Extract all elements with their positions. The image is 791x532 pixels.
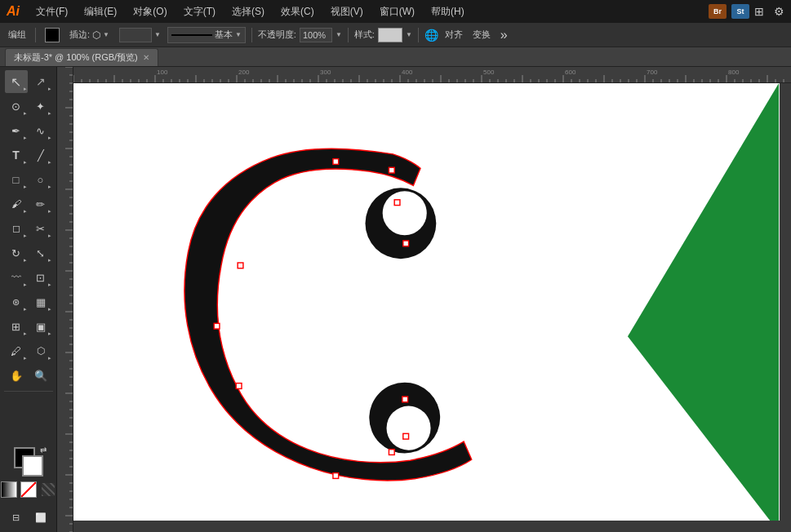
settings-icon[interactable]: ⚙	[774, 5, 784, 18]
svg-rect-177	[403, 433, 409, 439]
document-tab-0[interactable]: 未标题-3* @ 100% (RGB/预览) ✕	[5, 48, 158, 66]
color-swatches: ⇄	[0, 444, 60, 501]
svg-rect-173	[236, 383, 242, 389]
bridge-icon[interactable]: Br	[709, 4, 727, 19]
artboard-tool[interactable]: ⊟	[5, 506, 28, 529]
style-label: 样式:	[354, 29, 375, 41]
magic-wand-icon: ✦	[36, 100, 45, 113]
ruler-h-svg: // Will be drawn by script 1002003004005…	[73, 67, 791, 82]
type-icon: T	[12, 149, 20, 162]
gradient-tool[interactable]: ▣	[29, 315, 52, 338]
canvas-area: // Will be drawn by script 1002003004005…	[57, 67, 791, 532]
type-row: T ╱	[5, 144, 52, 166]
curvature-tool[interactable]: ∿	[29, 119, 52, 142]
stroke-type-arrow[interactable]: ▼	[235, 31, 242, 38]
menu-object[interactable]: 对象(O)	[130, 3, 170, 20]
zoom-tool[interactable]: 🔍	[29, 364, 52, 387]
pen-row: ✒ ∿	[5, 119, 52, 142]
mesh-icon: ⊞	[11, 321, 20, 333]
eyedropper-row: 🖊 ⬡	[5, 339, 52, 362]
opacity-arrow[interactable]: ▼	[336, 31, 342, 38]
svg-text:200: 200	[238, 69, 250, 76]
eyedropper-tool[interactable]: 🖊	[5, 339, 28, 362]
column-graph-tool[interactable]: ▦	[29, 290, 52, 313]
shape-row: □ ○	[5, 168, 52, 191]
hand-tool[interactable]: ✋	[5, 364, 28, 387]
svg-rect-167	[333, 159, 339, 165]
grid-icon[interactable]: ⊞	[754, 5, 764, 18]
transform-button[interactable]: 变换	[469, 27, 494, 42]
options-toolbar: 编组 插边: ⬡ ▼ ▼ 基本 ▼ 不透明度: ▼ 样式: ▼ 🌐 对齐 变换	[0, 23, 791, 47]
menu-select[interactable]: 选择(S)	[229, 3, 268, 20]
symbol-tool[interactable]: ⊛	[5, 290, 28, 313]
mesh-tool[interactable]: ⊞	[5, 315, 28, 338]
stroke-weight-field[interactable]: ▼	[116, 26, 164, 44]
menu-window[interactable]: 窗口(W)	[376, 3, 418, 20]
stock-icon[interactable]: St	[731, 4, 749, 19]
selection-tool[interactable]: ↖	[5, 70, 28, 93]
style-arrow[interactable]: ▼	[406, 31, 412, 38]
stroke-weight-input[interactable]	[119, 28, 152, 42]
horizontal-scrollbar[interactable]	[73, 521, 791, 532]
vertical-ruler	[57, 67, 73, 532]
tab-close-button[interactable]: ✕	[143, 53, 149, 62]
vertical-scrollbar[interactable]	[780, 83, 791, 521]
stroke-weight-arrow[interactable]: ▼	[154, 31, 161, 38]
fill-color-picker[interactable]	[42, 26, 63, 44]
expand-arrow-icon[interactable]: »	[500, 28, 508, 42]
stroke-dropdown-icon: ⬡	[92, 29, 100, 41]
opacity-input[interactable]	[300, 28, 332, 42]
document-tabs: 未标题-3* @ 100% (RGB/预览) ✕	[0, 47, 791, 67]
warp-row: 〰 ⊡	[5, 266, 52, 289]
toolbar-separator-4	[418, 28, 419, 42]
menu-help[interactable]: 帮助(H)	[428, 3, 468, 20]
stroke-style-preview[interactable]: 基本 ▼	[167, 27, 246, 43]
stroke-arrow-icon[interactable]: ▼	[103, 31, 109, 38]
pencil-icon: ✏	[36, 198, 45, 211]
menu-view[interactable]: 视图(V)	[327, 3, 367, 20]
align-button[interactable]: 对齐	[442, 27, 466, 42]
rotate-row: ↻ ⤡	[5, 242, 52, 264]
pattern-swatch[interactable]	[40, 481, 56, 498]
type-tool[interactable]: T	[5, 144, 28, 166]
hand-icon: ✋	[10, 370, 23, 382]
align-label: 对齐	[445, 29, 463, 41]
none-swatch[interactable]	[20, 481, 37, 498]
warp-tool[interactable]: 〰	[5, 266, 28, 289]
horizontal-ruler: // Will be drawn by script 1002003004005…	[57, 67, 791, 83]
menu-edit[interactable]: 编辑(E)	[81, 3, 120, 20]
direct-selection-tool[interactable]: ↗	[29, 70, 52, 93]
background-color[interactable]	[22, 455, 43, 477]
globe-icon[interactable]: 🌐	[424, 29, 438, 42]
rect-tool[interactable]: □	[5, 168, 28, 191]
swap-colors-icon[interactable]: ⇄	[40, 446, 47, 454]
rotate-tool[interactable]: ↻	[5, 242, 28, 264]
none-gradient-row	[1, 481, 56, 498]
direct-arrow-icon: ↗	[36, 75, 46, 88]
paintbrush-icon: 🖌	[11, 198, 21, 210]
mesh-row: ⊞ ▣	[5, 315, 52, 338]
stroke-type-label: 基本	[215, 29, 233, 41]
svg-point-164	[383, 191, 427, 235]
blend-tool[interactable]: ⬡	[29, 339, 52, 362]
group-label: 编组	[8, 29, 26, 41]
eraser-tool[interactable]: ◻	[5, 217, 28, 240]
magic-wand-tool[interactable]: ✦	[29, 95, 52, 117]
gradient-swatch[interactable]	[1, 481, 17, 498]
menu-type[interactable]: 文字(T)	[180, 3, 219, 20]
pen-tool[interactable]: ✒	[5, 119, 28, 142]
ellipse-tool[interactable]: ○	[29, 168, 52, 191]
menu-file[interactable]: 文件(F)	[33, 3, 71, 20]
pencil-tool[interactable]: ✏	[29, 193, 52, 215]
free-transform-tool[interactable]: ⊡	[29, 266, 52, 289]
line-segment-tool[interactable]: ╱	[29, 144, 52, 166]
scale-tool[interactable]: ⤡	[29, 242, 52, 264]
zoom-icon: 🔍	[34, 370, 47, 382]
scissors-tool[interactable]: ✂	[29, 217, 52, 240]
lasso-tool[interactable]: ⊙	[5, 95, 28, 117]
paintbrush-tool[interactable]: 🖌	[5, 193, 28, 215]
menu-effect[interactable]: 效果(C)	[278, 3, 318, 20]
style-preview[interactable]	[378, 28, 402, 42]
view-mode-button[interactable]: ⬜	[29, 506, 52, 529]
svg-rect-172	[214, 323, 220, 329]
